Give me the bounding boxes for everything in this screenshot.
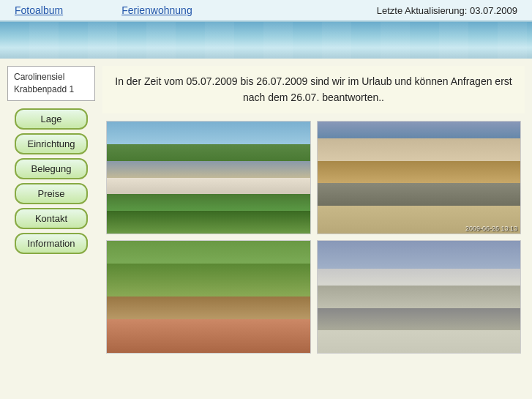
fotoalbum-link[interactable]: Fotoalbum bbox=[15, 4, 63, 16]
photo-house bbox=[106, 121, 311, 234]
address-line2: Krabbenpadd 1 bbox=[14, 84, 74, 94]
sidebar: Carolinensiel Krabbenpadd 1 Lage Einrich… bbox=[7, 66, 95, 354]
nav-button-belegung[interactable]: Belegung bbox=[15, 158, 88, 179]
nav-button-preise[interactable]: Preise bbox=[15, 183, 88, 204]
top-navigation: Fotoalbum Ferienwohnung Letzte Aktualisi… bbox=[0, 0, 532, 22]
nav-button-kontakt[interactable]: Kontakt bbox=[15, 208, 88, 229]
content-area: In der Zeit vom 05.07.2009 bis 26.07.200… bbox=[102, 66, 525, 354]
photo-living-label: 2009-06-26 13:13 bbox=[465, 225, 517, 232]
nav-links: Fotoalbum Ferienwohnung bbox=[15, 4, 192, 16]
photo-garden bbox=[106, 240, 311, 354]
nav-button-lage[interactable]: Lage bbox=[15, 108, 88, 130]
photo-terrace bbox=[317, 240, 522, 354]
nav-button-einrichtung[interactable]: Einrichtung bbox=[15, 133, 88, 154]
address-box: Carolinensiel Krabbenpadd 1 bbox=[7, 66, 95, 101]
photo-living: 2009-06-26 13:13 bbox=[317, 121, 522, 234]
last-update-label: Letzte Aktualisierung: 03.07.2009 bbox=[377, 5, 517, 16]
banner-image bbox=[0, 22, 532, 59]
photo-grid: 2009-06-26 13:13 bbox=[102, 121, 525, 354]
main-content: Carolinensiel Krabbenpadd 1 Lage Einrich… bbox=[0, 59, 532, 361]
notice-text: In der Zeit vom 05.07.2009 bis 26.07.200… bbox=[102, 66, 525, 113]
nav-button-information[interactable]: Information bbox=[15, 233, 88, 254]
address-line1: Carolinensiel bbox=[14, 72, 64, 82]
ferienwohnung-link[interactable]: Ferienwohnung bbox=[121, 4, 192, 16]
